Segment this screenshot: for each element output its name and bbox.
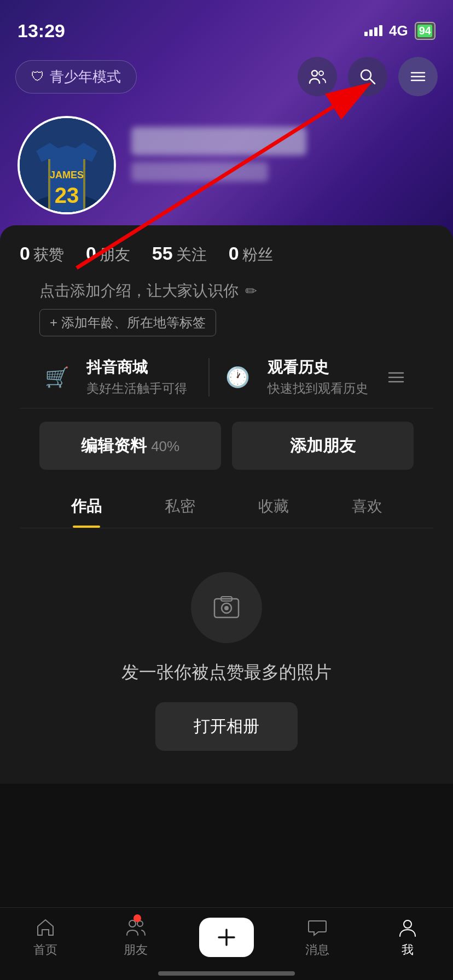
stat-likes[interactable]: 0 获赞 [20, 243, 64, 265]
tab-favorites[interactable]: 收藏 [226, 483, 320, 528]
signal-icon [364, 25, 382, 36]
stat-fans[interactable]: 0 粉丝 [229, 243, 273, 265]
nav-home-label: 首页 [33, 942, 57, 958]
history-title: 观看历史 [268, 357, 368, 378]
svg-text:JAMES: JAMES [50, 170, 84, 180]
battery-indicator: 94 [415, 22, 435, 40]
nav-messages[interactable]: 消息 [272, 917, 363, 958]
action-buttons: 编辑资料 40% 添加朋友 [20, 409, 433, 483]
add-content-button[interactable] [199, 918, 254, 957]
stat-friends[interactable]: 0 朋友 [86, 243, 130, 265]
profile-info [131, 116, 435, 182]
open-album-label: 打开相册 [194, 717, 259, 735]
feature-more-button[interactable] [379, 360, 414, 395]
likes-count: 0 [20, 243, 30, 264]
tab-likes[interactable]: 喜欢 [320, 483, 414, 528]
youth-mode-button[interactable]: 🛡 青少年模式 [15, 60, 137, 94]
following-count: 55 [152, 243, 173, 264]
menu-icon-button[interactable] [398, 57, 438, 96]
empty-text: 发一张你被点赞最多的照片 [121, 661, 332, 685]
shop-title: 抖音商城 [86, 357, 187, 378]
edit-profile-button[interactable]: 编辑资料 40% [39, 422, 221, 470]
home-indicator [158, 971, 295, 976]
nav-friends[interactable]: 朋友 [91, 917, 182, 958]
stats-row: 0 获赞 0 朋友 55 关注 0 粉丝 [20, 243, 433, 265]
youth-mode-label: 青少年模式 [50, 67, 121, 86]
bio-text-content: 点击添加介绍，让大家认识你 [39, 281, 239, 301]
following-label: 关注 [176, 244, 207, 265]
tab-works[interactable]: 作品 [39, 483, 133, 528]
nav-home[interactable]: 首页 [0, 917, 91, 958]
bio-placeholder[interactable]: 点击添加介绍，让大家认识你 ✏ [39, 281, 414, 301]
feature-row: 🛒 抖音商城 美好生活触手可得 🕐 观看历史 快速找到观看历史 [20, 346, 433, 409]
youth-mode-icon: 🛡 [31, 69, 44, 84]
profile-section: JAMES 23 [0, 105, 453, 214]
stat-following[interactable]: 55 关注 [152, 243, 207, 265]
bio-edit-icon: ✏ [245, 283, 257, 300]
add-friend-label: 添加朋友 [290, 435, 356, 457]
nav-friends-label: 朋友 [124, 942, 148, 958]
shop-feature[interactable]: 🛒 抖音商城 美好生活触手可得 [39, 357, 198, 397]
tab-likes-label: 喜欢 [352, 498, 382, 515]
content-tabs: 作品 私密 收藏 喜欢 [20, 483, 433, 528]
userid-blurred [131, 162, 268, 182]
nav-icons [298, 57, 438, 96]
username-blurred [131, 127, 306, 155]
friends-icon-button[interactable] [298, 57, 337, 96]
network-status: 4G [389, 22, 408, 39]
svg-line-3 [370, 79, 375, 84]
tab-works-label: 作品 [71, 498, 102, 515]
fans-count: 0 [229, 243, 239, 264]
tab-private[interactable]: 私密 [133, 483, 226, 528]
status-right: 4G 94 [364, 22, 435, 40]
search-icon-button[interactable] [348, 57, 387, 96]
svg-point-24 [404, 920, 411, 928]
bottom-nav: 首页 朋友 消息 [0, 907, 453, 980]
empty-icon [191, 572, 262, 643]
avatar[interactable]: JAMES 23 [18, 116, 116, 214]
history-icon: 🕐 [220, 360, 255, 395]
nav-profile[interactable]: 我 [362, 917, 453, 958]
bio-section: 点击添加介绍，让大家认识你 ✏ + 添加年龄、所在地等标签 [20, 281, 433, 336]
empty-state: 发一张你被点赞最多的照片 打开相册 [20, 528, 433, 784]
svg-point-0 [312, 71, 317, 76]
svg-point-1 [319, 71, 323, 75]
open-album-button[interactable]: 打开相册 [155, 702, 298, 751]
likes-label: 获赞 [33, 244, 64, 265]
status-time: 13:29 [18, 20, 65, 42]
shop-icon: 🛒 [39, 360, 74, 395]
top-nav: 🛡 青少年模式 [0, 48, 453, 105]
add-friend-button[interactable]: 添加朋友 [232, 422, 414, 470]
nav-add-container [181, 918, 272, 957]
nav-messages-label: 消息 [305, 942, 329, 958]
history-subtitle: 快速找到观看历史 [268, 380, 368, 397]
edit-profile-label: 编辑资料 40% [81, 435, 179, 457]
friends-label: 朋友 [100, 244, 130, 265]
fans-label: 粉丝 [242, 244, 273, 265]
history-feature[interactable]: 🕐 观看历史 快速找到观看历史 [220, 357, 379, 397]
add-tag-button[interactable]: + 添加年龄、所在地等标签 [39, 309, 216, 336]
add-tag-label: + 添加年龄、所在地等标签 [50, 314, 206, 331]
svg-point-16 [224, 606, 229, 610]
friends-count: 0 [86, 243, 96, 264]
tab-private-label: 私密 [165, 498, 195, 515]
stats-section: 0 获赞 0 朋友 55 关注 0 粉丝 点击添加介绍，让大家认识你 ✏ + 添… [0, 225, 453, 784]
avatar-image: JAMES 23 [20, 118, 114, 212]
feature-divider [208, 358, 210, 396]
shop-subtitle: 美好生活触手可得 [86, 380, 187, 397]
svg-text:23: 23 [55, 183, 79, 207]
nav-profile-label: 我 [402, 942, 414, 958]
tab-favorites-label: 收藏 [258, 498, 289, 515]
status-bar: 13:29 4G 94 [0, 0, 453, 48]
